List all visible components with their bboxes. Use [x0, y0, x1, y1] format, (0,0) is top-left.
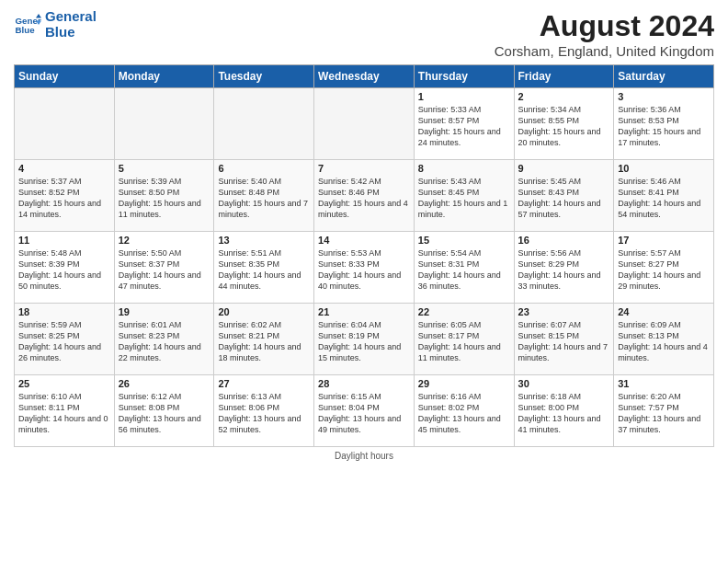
day-info: Sunrise: 6:04 AM Sunset: 8:19 PM Dayligh…	[318, 319, 410, 364]
col-tuesday: Tuesday	[214, 65, 314, 88]
day-cell	[214, 88, 314, 160]
day-cell: 10Sunrise: 5:46 AM Sunset: 8:41 PM Dayli…	[614, 160, 714, 232]
day-info: Sunrise: 6:01 AM Sunset: 8:23 PM Dayligh…	[119, 319, 210, 364]
day-info: Sunrise: 6:02 AM Sunset: 8:21 PM Dayligh…	[218, 319, 310, 364]
day-info: Sunrise: 5:57 AM Sunset: 8:27 PM Dayligh…	[618, 247, 710, 293]
day-cell: 13Sunrise: 5:51 AM Sunset: 8:35 PM Dayli…	[214, 232, 314, 304]
day-cell: 20Sunrise: 6:02 AM Sunset: 8:21 PM Dayli…	[214, 304, 314, 375]
day-number: 25	[18, 378, 110, 389]
day-info: Sunrise: 6:09 AM Sunset: 8:13 PM Dayligh…	[618, 319, 710, 364]
day-info: Sunrise: 6:10 AM Sunset: 8:11 PM Dayligh…	[18, 391, 110, 436]
day-number: 19	[119, 306, 210, 317]
day-info: Sunrise: 5:39 AM Sunset: 8:50 PM Dayligh…	[119, 176, 210, 221]
day-info: Sunrise: 5:48 AM Sunset: 8:39 PM Dayligh…	[18, 247, 110, 293]
day-info: Sunrise: 5:59 AM Sunset: 8:25 PM Dayligh…	[18, 319, 110, 364]
week-row-5: 25Sunrise: 6:10 AM Sunset: 8:11 PM Dayli…	[15, 375, 714, 447]
title-block: August 2024 Corsham, England, United Kin…	[495, 9, 714, 59]
day-number: 4	[18, 163, 110, 174]
day-number: 9	[518, 163, 610, 174]
day-cell: 5Sunrise: 5:39 AM Sunset: 8:50 PM Daylig…	[114, 160, 214, 232]
day-info: Sunrise: 5:51 AM Sunset: 8:35 PM Dayligh…	[218, 247, 310, 293]
week-row-2: 4Sunrise: 5:37 AM Sunset: 8:52 PM Daylig…	[15, 160, 714, 232]
day-number: 29	[418, 378, 510, 389]
day-number: 12	[119, 235, 210, 246]
calendar-header: Sunday Monday Tuesday Wednesday Thursday…	[15, 65, 714, 88]
day-number: 18	[18, 306, 110, 317]
day-cell: 31Sunrise: 6:20 AM Sunset: 7:57 PM Dayli…	[614, 375, 714, 447]
day-info: Sunrise: 5:54 AM Sunset: 8:31 PM Dayligh…	[418, 247, 510, 293]
day-number: 31	[618, 378, 710, 389]
col-thursday: Thursday	[414, 65, 514, 88]
day-info: Sunrise: 6:16 AM Sunset: 8:02 PM Dayligh…	[418, 391, 510, 436]
day-cell: 4Sunrise: 5:37 AM Sunset: 8:52 PM Daylig…	[15, 160, 115, 232]
day-number: 8	[418, 163, 510, 174]
main-title: August 2024	[495, 9, 714, 43]
day-number: 21	[318, 306, 410, 317]
day-info: Sunrise: 5:42 AM Sunset: 8:46 PM Dayligh…	[318, 176, 410, 221]
day-cell: 17Sunrise: 5:57 AM Sunset: 8:27 PM Dayli…	[614, 232, 714, 304]
day-info: Sunrise: 5:43 AM Sunset: 8:45 PM Dayligh…	[418, 176, 510, 221]
header-row: Sunday Monday Tuesday Wednesday Thursday…	[15, 65, 714, 88]
day-number: 28	[318, 378, 410, 389]
logo-text: General Blue	[45, 9, 97, 40]
day-cell	[114, 88, 214, 160]
day-number: 10	[618, 163, 710, 174]
day-number: 15	[418, 235, 510, 246]
day-number: 11	[18, 235, 110, 246]
day-info: Sunrise: 6:18 AM Sunset: 8:00 PM Dayligh…	[518, 391, 610, 436]
col-monday: Monday	[114, 65, 214, 88]
day-cell: 27Sunrise: 6:13 AM Sunset: 8:06 PM Dayli…	[214, 375, 314, 447]
day-cell: 25Sunrise: 6:10 AM Sunset: 8:11 PM Dayli…	[15, 375, 115, 447]
col-friday: Friday	[514, 65, 614, 88]
calendar-body: 1Sunrise: 5:33 AM Sunset: 8:57 PM Daylig…	[15, 88, 714, 447]
day-cell: 9Sunrise: 5:45 AM Sunset: 8:43 PM Daylig…	[514, 160, 614, 232]
day-number: 2	[518, 91, 610, 102]
day-number: 6	[218, 163, 310, 174]
day-cell: 11Sunrise: 5:48 AM Sunset: 8:39 PM Dayli…	[15, 232, 115, 304]
day-info: Sunrise: 5:53 AM Sunset: 8:33 PM Dayligh…	[318, 247, 410, 293]
footer-note: Daylight hours	[14, 451, 714, 461]
day-cell: 30Sunrise: 6:18 AM Sunset: 8:00 PM Dayli…	[514, 375, 614, 447]
day-number: 27	[218, 378, 310, 389]
day-cell: 6Sunrise: 5:40 AM Sunset: 8:48 PM Daylig…	[214, 160, 314, 232]
day-cell: 14Sunrise: 5:53 AM Sunset: 8:33 PM Dayli…	[314, 232, 415, 304]
day-cell: 24Sunrise: 6:09 AM Sunset: 8:13 PM Dayli…	[614, 304, 714, 375]
day-info: Sunrise: 5:34 AM Sunset: 8:55 PM Dayligh…	[518, 104, 610, 149]
day-info: Sunrise: 5:45 AM Sunset: 8:43 PM Dayligh…	[518, 176, 610, 221]
day-cell: 8Sunrise: 5:43 AM Sunset: 8:45 PM Daylig…	[414, 160, 514, 232]
day-number: 22	[418, 306, 510, 317]
day-cell: 23Sunrise: 6:07 AM Sunset: 8:15 PM Dayli…	[514, 304, 614, 375]
day-number: 14	[318, 235, 410, 246]
day-cell: 15Sunrise: 5:54 AM Sunset: 8:31 PM Dayli…	[414, 232, 514, 304]
day-info: Sunrise: 5:36 AM Sunset: 8:53 PM Dayligh…	[618, 104, 710, 149]
day-info: Sunrise: 6:13 AM Sunset: 8:06 PM Dayligh…	[218, 391, 310, 436]
day-cell: 16Sunrise: 5:56 AM Sunset: 8:29 PM Dayli…	[514, 232, 614, 304]
calendar: Sunday Monday Tuesday Wednesday Thursday…	[14, 64, 714, 447]
svg-text:Blue: Blue	[16, 25, 36, 35]
day-number: 1	[418, 91, 510, 102]
subtitle: Corsham, England, United Kingdom	[495, 43, 714, 59]
day-info: Sunrise: 5:33 AM Sunset: 8:57 PM Dayligh…	[418, 104, 510, 149]
day-cell: 3Sunrise: 5:36 AM Sunset: 8:53 PM Daylig…	[614, 88, 714, 160]
day-number: 16	[518, 235, 610, 246]
day-info: Sunrise: 5:46 AM Sunset: 8:41 PM Dayligh…	[618, 176, 710, 221]
day-cell: 22Sunrise: 6:05 AM Sunset: 8:17 PM Dayli…	[414, 304, 514, 375]
day-cell	[314, 88, 415, 160]
day-number: 13	[218, 235, 310, 246]
day-number: 3	[618, 91, 710, 102]
day-info: Sunrise: 5:50 AM Sunset: 8:37 PM Dayligh…	[119, 247, 210, 293]
day-info: Sunrise: 5:37 AM Sunset: 8:52 PM Dayligh…	[18, 176, 110, 221]
day-cell: 1Sunrise: 5:33 AM Sunset: 8:57 PM Daylig…	[414, 88, 514, 160]
logo: General Blue General Blue	[14, 9, 97, 40]
day-number: 20	[218, 306, 310, 317]
col-wednesday: Wednesday	[314, 65, 415, 88]
day-cell: 7Sunrise: 5:42 AM Sunset: 8:46 PM Daylig…	[314, 160, 415, 232]
day-cell: 12Sunrise: 5:50 AM Sunset: 8:37 PM Dayli…	[114, 232, 214, 304]
day-cell: 28Sunrise: 6:15 AM Sunset: 8:04 PM Dayli…	[314, 375, 415, 447]
week-row-1: 1Sunrise: 5:33 AM Sunset: 8:57 PM Daylig…	[15, 88, 714, 160]
day-info: Sunrise: 5:56 AM Sunset: 8:29 PM Dayligh…	[518, 247, 610, 293]
week-row-3: 11Sunrise: 5:48 AM Sunset: 8:39 PM Dayli…	[15, 232, 714, 304]
day-cell: 19Sunrise: 6:01 AM Sunset: 8:23 PM Dayli…	[114, 304, 214, 375]
day-number: 17	[618, 235, 710, 246]
day-cell: 2Sunrise: 5:34 AM Sunset: 8:55 PM Daylig…	[514, 88, 614, 160]
